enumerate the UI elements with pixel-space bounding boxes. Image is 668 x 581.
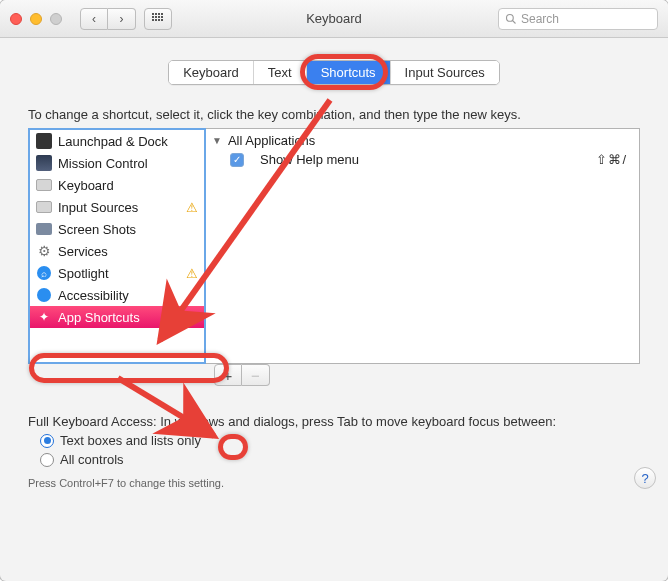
content: KeyboardTextShortcutsInput Sources To ch… xyxy=(0,60,668,501)
category-mission-control[interactable]: Mission Control xyxy=(30,152,204,174)
svg-point-0 xyxy=(507,14,514,21)
category-launchpad-dock[interactable]: Launchpad & Dock xyxy=(30,130,204,152)
remove-shortcut-button[interactable]: − xyxy=(242,364,270,386)
help-button[interactable]: ? xyxy=(634,467,656,489)
category-label: Keyboard xyxy=(58,178,114,193)
category-label: App Shortcuts xyxy=(58,310,140,325)
fka-hint: Press Control+F7 to change this setting. xyxy=(28,477,640,489)
tab-shortcuts[interactable]: Shortcuts xyxy=(307,61,391,84)
shortcut-row[interactable]: ✓Show Help menu⇧⌘/ xyxy=(212,150,633,169)
show-all-button[interactable] xyxy=(144,8,172,30)
category-screen-shots[interactable]: Screen Shots xyxy=(30,218,204,240)
services-icon: ⚙ xyxy=(36,243,52,259)
tabs: KeyboardTextShortcutsInput Sources xyxy=(168,60,500,85)
radio-label: Text boxes and lists only xyxy=(60,433,201,448)
shortcut-panes: Launchpad & DockMission ControlKeyboardI… xyxy=(28,128,640,364)
radio-button[interactable] xyxy=(40,434,54,448)
tab-keyboard[interactable]: Keyboard xyxy=(169,61,254,84)
category-services[interactable]: ⚙Services xyxy=(30,240,204,262)
category-keyboard[interactable]: Keyboard xyxy=(30,174,204,196)
group-row[interactable]: ▼ All Applications xyxy=(212,131,633,150)
disclosure-triangle-icon[interactable]: ▼ xyxy=(212,135,222,146)
chevron-left-icon: ‹ xyxy=(92,12,96,26)
screenshot-icon xyxy=(36,221,52,237)
category-list[interactable]: Launchpad & DockMission ControlKeyboardI… xyxy=(28,128,206,364)
input-sources-icon xyxy=(36,199,52,215)
zoom-window-button[interactable] xyxy=(50,13,62,25)
preferences-window: ‹ › Keyboard Search KeyboardTextShortcut… xyxy=(0,0,668,581)
category-label: Screen Shots xyxy=(58,222,136,237)
add-remove-controls: + − xyxy=(28,364,640,386)
minus-icon: − xyxy=(251,367,260,384)
window-controls xyxy=(10,13,62,25)
search-input[interactable]: Search xyxy=(498,8,658,30)
keyboard-icon xyxy=(36,177,52,193)
shortcut-label: Show Help menu xyxy=(260,152,359,167)
plus-icon: + xyxy=(224,367,233,384)
close-window-button[interactable] xyxy=(10,13,22,25)
search-placeholder: Search xyxy=(521,12,559,26)
category-accessibility[interactable]: Accessibility xyxy=(30,284,204,306)
category-label: Mission Control xyxy=(58,156,148,171)
forward-button[interactable]: › xyxy=(108,8,136,30)
tabbar: KeyboardTextShortcutsInput Sources xyxy=(0,60,668,85)
category-spotlight[interactable]: ⌕Spotlight⚠ xyxy=(30,262,204,284)
chevron-right-icon: › xyxy=(120,12,124,26)
radio-button[interactable] xyxy=(40,453,54,467)
full-keyboard-access-section: Full Keyboard Access: In windows and dia… xyxy=(28,414,640,467)
svg-line-1 xyxy=(513,20,516,23)
category-label: Input Sources xyxy=(58,200,138,215)
warning-icon: ⚠ xyxy=(186,266,198,281)
tab-text[interactable]: Text xyxy=(254,61,307,84)
back-button[interactable]: ‹ xyxy=(80,8,108,30)
spotlight-icon: ⌕ xyxy=(36,265,52,281)
tab-input-sources[interactable]: Input Sources xyxy=(391,61,499,84)
mission-control-icon xyxy=(36,155,52,171)
shortcut-list[interactable]: ▼ All Applications ✓Show Help menu⇧⌘/ xyxy=(206,128,640,364)
nav-back-forward: ‹ › xyxy=(80,8,136,30)
shortcut-keys[interactable]: ⇧⌘/ xyxy=(596,152,633,167)
checkbox[interactable]: ✓ xyxy=(230,153,244,167)
fka-option-1[interactable]: All controls xyxy=(40,452,640,467)
grid-icon xyxy=(152,13,164,25)
instructions-text: To change a shortcut, select it, click t… xyxy=(28,107,640,122)
add-shortcut-button[interactable]: + xyxy=(214,364,242,386)
accessibility-icon xyxy=(36,287,52,303)
category-label: Accessibility xyxy=(58,288,129,303)
group-label: All Applications xyxy=(228,133,315,148)
category-input-sources[interactable]: Input Sources⚠ xyxy=(30,196,204,218)
category-label: Spotlight xyxy=(58,266,109,281)
app-shortcuts-icon: ✦ xyxy=(36,309,52,325)
search-icon xyxy=(505,13,517,25)
titlebar: ‹ › Keyboard Search xyxy=(0,0,668,38)
category-label: Services xyxy=(58,244,108,259)
minimize-window-button[interactable] xyxy=(30,13,42,25)
radio-label: All controls xyxy=(60,452,124,467)
fka-intro: Full Keyboard Access: In windows and dia… xyxy=(28,414,640,429)
help-icon: ? xyxy=(641,471,648,486)
category-app-shortcuts[interactable]: ✦App Shortcuts xyxy=(30,306,204,328)
category-label: Launchpad & Dock xyxy=(58,134,168,149)
launchpad-icon xyxy=(36,133,52,149)
fka-option-0[interactable]: Text boxes and lists only xyxy=(40,433,640,448)
warning-icon: ⚠ xyxy=(186,200,198,215)
